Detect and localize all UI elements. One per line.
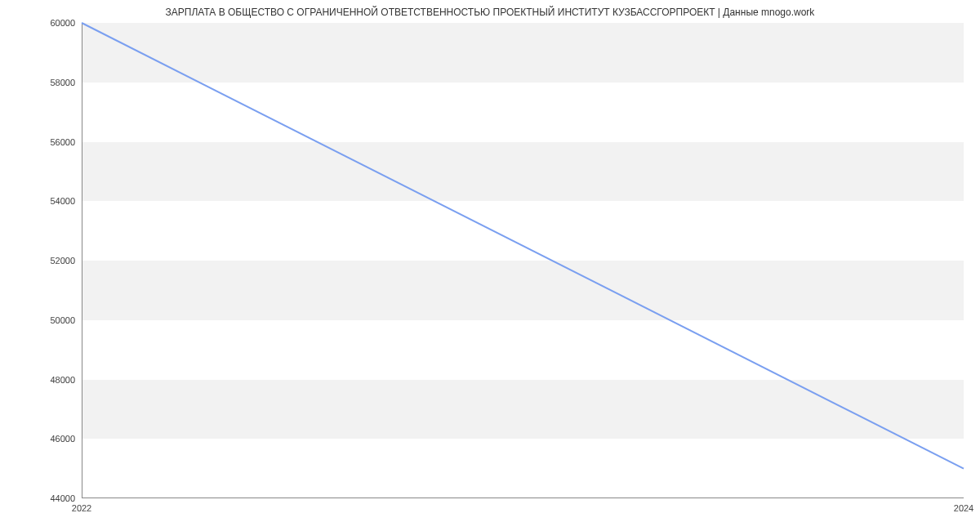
chart-title: ЗАРПЛАТА В ОБЩЕСТВО С ОГРАНИЧЕННОЙ ОТВЕТ… [0, 0, 980, 21]
y-tick-label: 46000 [50, 434, 75, 444]
line-layer [82, 23, 964, 498]
y-tick-label: 54000 [50, 196, 75, 206]
y-tick-label: 44000 [50, 493, 75, 503]
y-tick-label: 60000 [50, 18, 75, 28]
x-tick-label: 2022 [72, 503, 91, 513]
y-tick-label: 52000 [50, 256, 75, 266]
y-tick-label: 56000 [50, 137, 75, 147]
y-tick-label: 58000 [50, 78, 75, 87]
y-tick-label: 48000 [50, 375, 75, 385]
chart-plot-area: 4400046000480005000052000540005600058000… [82, 23, 964, 498]
y-tick-label: 50000 [50, 315, 75, 325]
data-line [82, 23, 964, 469]
x-tick-label: 2024 [954, 503, 973, 513]
